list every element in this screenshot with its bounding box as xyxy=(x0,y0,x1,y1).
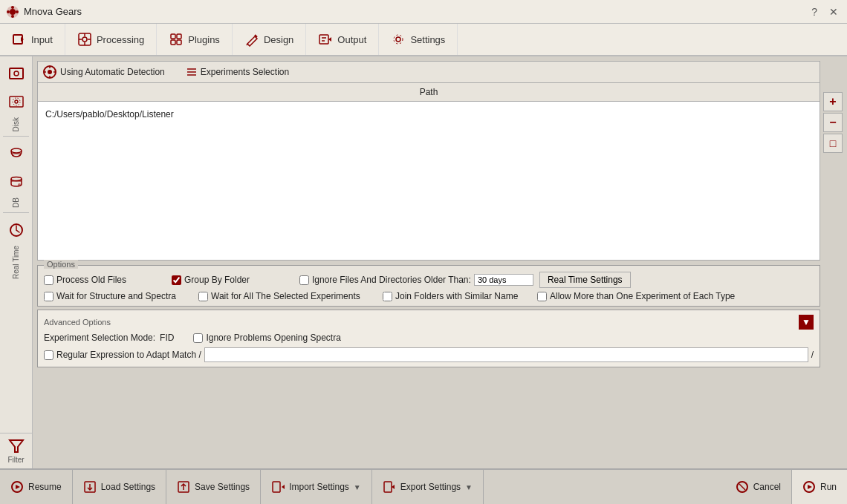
svg-point-31 xyxy=(13,98,20,105)
svg-point-5 xyxy=(16,10,19,13)
process-old-files-input[interactable] xyxy=(44,275,53,285)
remove-path-button[interactable]: − xyxy=(823,113,843,132)
allow-more-checkbox[interactable]: Allow More than One Experiment of Each T… xyxy=(537,291,735,301)
close-button[interactable]: ✕ xyxy=(826,6,841,18)
experiments-tab-icon xyxy=(186,66,198,78)
app-title: Mnova Gears xyxy=(24,6,82,17)
ignore-days-input[interactable] xyxy=(474,274,533,286)
db-icon xyxy=(8,145,25,162)
ignore-problems-input[interactable] xyxy=(193,333,203,343)
save-settings-button[interactable]: Save Settings xyxy=(166,470,261,504)
sidebar-disk-gear-btn[interactable] xyxy=(3,88,30,115)
wait-structure-checkbox[interactable]: Wait for Structure and Spectra xyxy=(44,291,192,301)
sidebar-realtime-btn[interactable] xyxy=(3,217,30,243)
svg-point-36 xyxy=(18,183,21,186)
svg-point-1 xyxy=(10,9,16,15)
content-tabs-bar: Using Automatic Detection Experiments Se… xyxy=(37,61,820,82)
toolbar-input[interactable]: Input xyxy=(0,24,65,55)
plugins-icon xyxy=(169,32,184,47)
process-old-files-checkbox[interactable]: Process Old Files xyxy=(44,275,163,285)
advanced-legend: Advanced Options xyxy=(44,318,111,327)
svg-point-32 xyxy=(11,148,22,153)
main-toolbar: Input Processing Plugins Design xyxy=(0,24,847,56)
run-icon xyxy=(802,480,816,494)
svg-rect-14 xyxy=(171,34,175,39)
disk-label: Disk xyxy=(12,116,20,133)
add-path-button[interactable]: + xyxy=(823,92,843,111)
svg-point-2 xyxy=(11,6,14,9)
run-button[interactable]: Run xyxy=(791,470,847,504)
regex-input[interactable] xyxy=(204,347,808,362)
wait-structure-input[interactable] xyxy=(44,292,53,301)
ignore-files-checkbox[interactable]: Ignore Files And Directories Older Than: xyxy=(299,275,471,285)
cancel-button[interactable]: Cancel xyxy=(725,470,791,504)
path-panel: Path C:/Users/pablo/Desktop/Listener xyxy=(37,82,820,261)
help-button[interactable]: ? xyxy=(808,6,820,18)
db-gear-icon xyxy=(8,174,25,190)
group-by-folder-checkbox[interactable]: Group By Folder xyxy=(172,275,291,285)
import-settings-button[interactable]: Import Settings ▼ xyxy=(261,470,372,504)
join-folders-checkbox[interactable]: Join Folders with Similar Name xyxy=(383,291,531,301)
browse-path-button[interactable]: □ xyxy=(823,134,843,153)
export-settings-button[interactable]: Export Settings ▼ xyxy=(372,470,484,504)
path-value: C:/Users/pablo/Desktop/Listener xyxy=(38,102,820,127)
real-time-settings-button[interactable]: Real Time Settings xyxy=(539,272,631,288)
wait-selected-checkbox[interactable]: Wait for All The Selected Experiments xyxy=(198,291,377,301)
db-label: DB xyxy=(12,196,20,209)
bottom-toolbar: Resume Load Settings Save Settings Impor… xyxy=(0,468,847,504)
resume-button[interactable]: Resume xyxy=(0,470,73,504)
ignore-files-input[interactable] xyxy=(299,275,309,285)
group-by-folder-input[interactable] xyxy=(172,275,181,285)
experiments-tab[interactable]: Experiments Selection xyxy=(201,67,289,77)
processing-icon xyxy=(77,32,92,47)
import-arrow-icon[interactable]: ▼ xyxy=(354,483,361,491)
svg-point-3 xyxy=(11,15,14,18)
svg-point-28 xyxy=(14,71,19,76)
toolbar-output[interactable]: Output xyxy=(306,24,379,55)
svg-marker-18 xyxy=(247,36,257,46)
left-sidebar: Disk DB Real Ti xyxy=(0,56,33,468)
svg-marker-55 xyxy=(282,485,285,489)
settings-icon xyxy=(391,32,406,47)
svg-line-20 xyxy=(247,44,247,45)
disk-icon xyxy=(8,65,25,82)
auto-detection-tab[interactable]: Using Automatic Detection xyxy=(60,67,165,77)
toolbar-processing[interactable]: Processing xyxy=(65,24,157,55)
sidebar-db-btn[interactable] xyxy=(3,140,30,167)
path-header: Path xyxy=(38,83,820,102)
wait-selected-input[interactable] xyxy=(198,292,208,301)
export-arrow-icon[interactable]: ▼ xyxy=(465,483,473,491)
filter-label: Filter xyxy=(7,456,24,464)
design-icon xyxy=(244,32,259,47)
filter-icon[interactable] xyxy=(8,438,25,454)
realtime-icon xyxy=(8,222,25,238)
regex-checkbox[interactable] xyxy=(44,350,53,360)
svg-rect-27 xyxy=(10,68,23,79)
svg-rect-54 xyxy=(273,482,280,492)
app-icon xyxy=(6,5,19,19)
advanced-collapse-button[interactable]: ▼ xyxy=(799,315,814,330)
sidebar-disk-btn[interactable] xyxy=(3,60,30,87)
options-legend: Options xyxy=(44,260,78,269)
svg-point-39 xyxy=(48,70,52,74)
toolbar-settings[interactable]: Settings xyxy=(379,24,458,55)
realtime-label: Real Time xyxy=(12,244,20,281)
svg-point-9 xyxy=(82,37,87,42)
load-settings-icon xyxy=(83,480,97,494)
join-folders-input[interactable] xyxy=(383,292,392,301)
title-bar: Mnova Gears ? ✕ xyxy=(0,0,847,24)
toolbar-plugins[interactable]: Plugins xyxy=(157,24,233,55)
path-side-buttons: + − □ xyxy=(823,92,843,153)
allow-more-input[interactable] xyxy=(537,292,547,301)
svg-rect-21 xyxy=(319,35,328,44)
regex-label: Regular Expression to Adapt Match / xyxy=(56,350,201,360)
svg-point-30 xyxy=(15,100,18,103)
import-settings-icon xyxy=(271,480,285,494)
sidebar-db-gear-btn[interactable] xyxy=(3,168,30,195)
options-section: Options Process Old Files Group By Folde… xyxy=(37,265,820,307)
load-settings-button[interactable]: Load Settings xyxy=(73,470,166,504)
regex-row: Regular Expression to Adapt Match / / xyxy=(44,347,814,362)
experiment-mode-label: Experiment Selection Mode: xyxy=(44,333,155,343)
toolbar-design[interactable]: Design xyxy=(233,24,306,55)
cancel-icon xyxy=(736,480,749,494)
